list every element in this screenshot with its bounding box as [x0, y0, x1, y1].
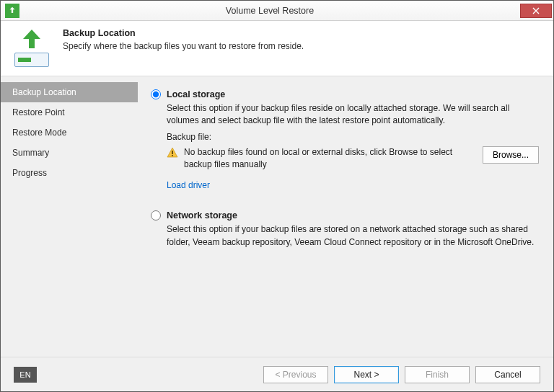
network-storage-label: Network storage: [167, 210, 237, 220]
app-icon: [5, 4, 19, 18]
header-subtitle: Specify where the backup files you want …: [63, 41, 304, 51]
window-title: Volume Level Restore: [19, 6, 520, 16]
language-indicator[interactable]: EN: [14, 367, 37, 383]
local-storage-radio[interactable]: [151, 89, 161, 99]
title-bar: Volume Level Restore: [1, 1, 553, 21]
header-graphic: [11, 28, 53, 67]
close-icon: [532, 7, 540, 14]
finish-button[interactable]: Finish: [405, 366, 470, 383]
local-storage-description: Select this option if your backup files …: [167, 102, 539, 128]
header-title: Backup Location: [63, 28, 304, 38]
network-storage-radio-row[interactable]: Network storage: [151, 210, 539, 220]
option-network-storage: Network storage Select this option if yo…: [151, 210, 539, 249]
step-summary[interactable]: Summary: [1, 143, 138, 163]
wizard-footer: EN < Previous Next > Finish Cancel: [1, 357, 553, 391]
load-driver-link[interactable]: Load driver: [167, 180, 210, 190]
step-restore-mode[interactable]: Restore Mode: [1, 122, 138, 143]
wizard-content: Local storage Select this option if your…: [138, 76, 553, 357]
browse-button[interactable]: Browse...: [483, 146, 539, 164]
svg-rect-0: [172, 151, 173, 154]
step-restore-point[interactable]: Restore Point: [1, 102, 138, 122]
svg-rect-1: [172, 155, 173, 156]
wizard-body: Backup Location Restore Point Restore Mo…: [1, 76, 553, 357]
backup-file-warning: No backup files found on local or extern…: [184, 146, 475, 171]
wizard-steps-sidebar: Backup Location Restore Point Restore Mo…: [1, 76, 138, 357]
cancel-button[interactable]: Cancel: [475, 366, 540, 383]
next-button[interactable]: Next >: [334, 366, 399, 383]
restore-arrow-icon: [19, 28, 45, 50]
wizard-header: Backup Location Specify where the backup…: [1, 21, 553, 76]
network-storage-description: Select this option if your backup files …: [167, 223, 539, 249]
backup-file-row: No backup files found on local or extern…: [167, 146, 539, 171]
warning-icon: [167, 147, 178, 159]
network-storage-radio[interactable]: [151, 210, 161, 220]
option-local-storage: Local storage Select this option if your…: [151, 89, 539, 190]
previous-button[interactable]: < Previous: [263, 366, 328, 383]
local-storage-radio-row[interactable]: Local storage: [151, 89, 539, 99]
local-storage-label: Local storage: [167, 89, 225, 99]
close-button[interactable]: [520, 4, 552, 18]
disk-icon: [14, 53, 49, 67]
step-backup-location[interactable]: Backup Location: [1, 82, 138, 102]
wizard-window: Volume Level Restore Backup Location Spe…: [0, 0, 554, 392]
step-progress[interactable]: Progress: [1, 163, 138, 183]
backup-file-label: Backup file:: [167, 132, 539, 142]
